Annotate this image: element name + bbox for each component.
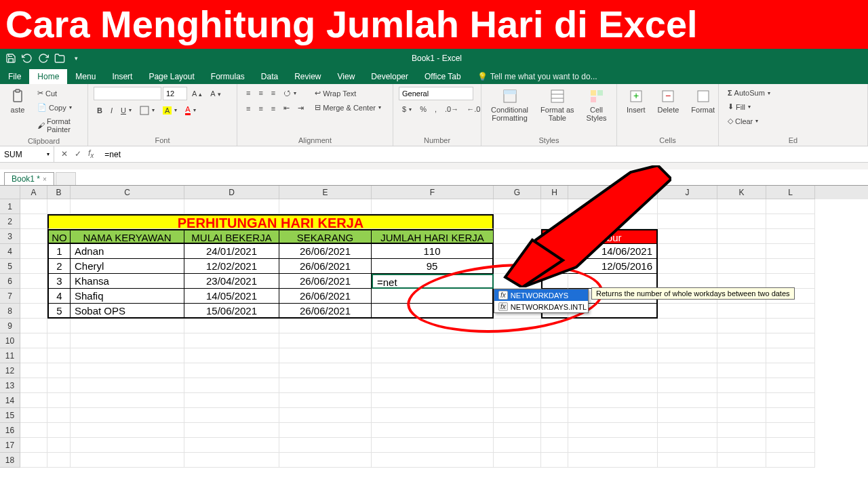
cell[interactable] <box>658 363 717 378</box>
cell[interactable] <box>372 438 494 453</box>
cell[interactable] <box>47 363 71 378</box>
cell[interactable] <box>717 259 766 274</box>
col-header[interactable]: C <box>71 186 184 199</box>
col-header[interactable]: A <box>20 186 47 199</box>
cell[interactable] <box>717 348 766 363</box>
cell[interactable]: 2 <box>47 259 71 274</box>
cell[interactable] <box>494 363 541 378</box>
tab-insert[interactable]: Insert <box>104 69 140 84</box>
cell[interactable] <box>20 423 47 438</box>
fx-button[interactable]: fx <box>88 148 94 159</box>
cell[interactable] <box>20 333 47 348</box>
cell[interactable] <box>184 453 279 468</box>
row-header[interactable]: 13 <box>0 378 20 393</box>
cell[interactable] <box>184 363 279 378</box>
cell[interactable] <box>717 423 766 438</box>
row-header[interactable]: 8 <box>0 304 20 319</box>
col-header[interactable]: J <box>658 186 717 199</box>
conditional-formatting-button[interactable]: Conditional Formatting <box>487 87 532 123</box>
cell[interactable] <box>658 408 717 423</box>
col-header[interactable]: D <box>184 186 279 199</box>
tab-view[interactable]: View <box>330 69 363 84</box>
undo-icon[interactable] <box>22 53 33 64</box>
cell[interactable] <box>717 408 766 423</box>
cell[interactable]: 4 <box>47 289 71 304</box>
cell[interactable] <box>766 438 815 453</box>
cell[interactable] <box>184 378 279 393</box>
cell[interactable]: Khansa <box>71 274 184 289</box>
insert-cells-button[interactable]: +Insert <box>623 87 650 115</box>
cell[interactable] <box>20 199 47 214</box>
clear-button[interactable]: ◇Clear▾ <box>724 115 762 127</box>
cell[interactable]: Shafiq <box>71 289 184 304</box>
tab-developer[interactable]: Developer <box>363 69 416 84</box>
cell[interactable] <box>568 333 658 348</box>
cell[interactable] <box>541 333 568 348</box>
underline-button[interactable]: U▾ <box>117 104 135 117</box>
col-header[interactable]: H <box>541 186 568 199</box>
cell[interactable] <box>372 319 494 333</box>
cell[interactable]: 1 <box>47 244 71 259</box>
cell[interactable] <box>71 333 184 348</box>
close-icon[interactable]: × <box>43 176 47 183</box>
cell[interactable] <box>717 333 766 348</box>
cell[interactable] <box>47 333 71 348</box>
row-header[interactable]: 17 <box>0 438 20 453</box>
row-header[interactable]: 12 <box>0 363 20 378</box>
cell[interactable] <box>494 393 541 408</box>
row-header[interactable]: 16 <box>0 423 20 438</box>
decrease-font-button[interactable]: A▾ <box>207 87 224 100</box>
comma-button[interactable]: , <box>431 103 440 115</box>
cell[interactable] <box>47 423 71 438</box>
row-header[interactable]: 1 <box>0 199 20 214</box>
tab-review[interactable]: Review <box>286 69 329 84</box>
cell[interactable] <box>184 199 279 214</box>
col-header[interactable]: I <box>568 186 658 199</box>
cell[interactable] <box>568 199 658 214</box>
cell[interactable] <box>372 393 494 408</box>
cell[interactable]: NO <box>47 229 71 244</box>
cell[interactable]: 110 <box>372 244 494 259</box>
save-icon[interactable] <box>5 53 16 64</box>
cell[interactable] <box>717 214 766 229</box>
cell[interactable] <box>658 229 717 244</box>
cell[interactable]: 12/05/2016 <box>568 259 658 274</box>
cell[interactable] <box>494 408 541 423</box>
cell[interactable] <box>279 453 372 468</box>
cell[interactable] <box>494 378 541 393</box>
cell[interactable] <box>766 319 815 333</box>
cell[interactable] <box>494 244 541 259</box>
cell[interactable] <box>766 408 815 423</box>
align-center-button[interactable]: ≡ <box>255 102 266 115</box>
formula-autocomplete[interactable]: fxNETWORKDAYS fxNETWORKDAYS.INTL <box>494 289 589 313</box>
cell[interactable] <box>20 453 47 468</box>
font-name-select[interactable] <box>94 87 161 100</box>
cell[interactable] <box>71 348 184 363</box>
delete-cells-button[interactable]: −Delete <box>654 87 684 115</box>
cell[interactable] <box>541 259 568 274</box>
merge-center-button[interactable]: ⊟Merge & Center▾ <box>311 101 384 114</box>
cell[interactable] <box>279 423 372 438</box>
cell[interactable] <box>372 408 494 423</box>
cell[interactable] <box>372 348 494 363</box>
cell[interactable]: JUMLAH HARI KERJA <box>372 229 494 244</box>
cell[interactable] <box>541 244 568 259</box>
cell[interactable] <box>184 408 279 423</box>
cell[interactable] <box>717 378 766 393</box>
cell[interactable] <box>541 438 568 453</box>
cell[interactable]: 5 <box>47 304 71 319</box>
tab-menu[interactable]: Menu <box>67 69 104 84</box>
cell[interactable] <box>658 199 717 214</box>
cell[interactable] <box>541 214 568 229</box>
cell[interactable] <box>20 289 47 304</box>
cell[interactable] <box>47 393 71 408</box>
cell[interactable] <box>279 333 372 348</box>
cell[interactable] <box>717 274 766 289</box>
cell[interactable] <box>279 348 372 363</box>
cell[interactable] <box>658 333 717 348</box>
cell[interactable] <box>494 423 541 438</box>
format-as-table-button[interactable]: Format as Table <box>536 87 578 123</box>
cell[interactable] <box>766 378 815 393</box>
cell[interactable]: 15/06/2021 <box>184 304 279 319</box>
select-all-button[interactable] <box>0 186 20 199</box>
